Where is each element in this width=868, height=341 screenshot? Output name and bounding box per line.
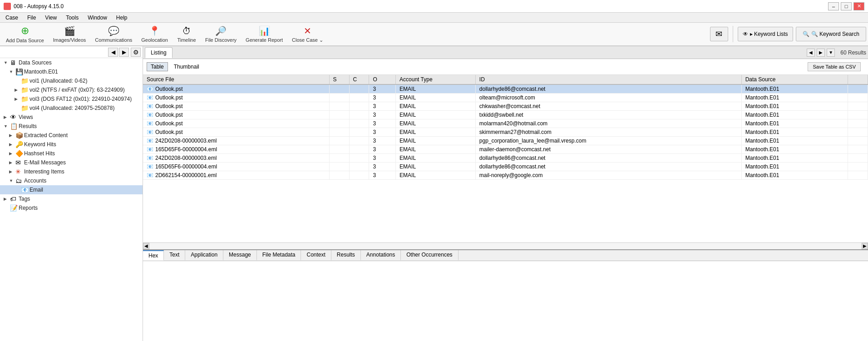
bottom-tab-file-metadata[interactable]: File Metadata [257,250,301,261]
sidebar-item-views[interactable]: ▶ 👁 Views [0,113,143,122]
menu-window[interactable]: Window [84,14,111,22]
sidebar-item-results[interactable]: ▼ 📋 Results [0,122,143,131]
tab-nav-left[interactable]: ◀ [807,49,815,57]
table-row[interactable]: 📧165D65F6-00000004.eml 3 EMAIL mailer-da… [143,145,868,154]
table-row[interactable]: 📧Outlook.pst 3 EMAIL skimmerman27@hotmai… [143,128,868,137]
expand-icon: ▼ [4,60,10,65]
menu-help[interactable]: Help [113,14,131,22]
cell-s [329,102,349,111]
minimize-button[interactable]: – [828,2,839,10]
scroll-right-arrow[interactable]: ▶ [862,243,868,249]
table-row[interactable]: 📧Outlook.pst 3 EMAIL chkwasher@comcast.n… [143,102,868,111]
sidebar-settings-button[interactable]: ⚙ [131,48,141,57]
sidebar-item-interesting-items[interactable]: ▶ ✳ Interesting Items [0,167,143,176]
menu-tools[interactable]: Tools [62,14,82,22]
bottom-tab-other-occurrences[interactable]: Other Occurrences [401,250,458,261]
cell-s [329,111,349,119]
horizontal-scrollbar[interactable]: ◀ ▶ [143,242,868,249]
bottom-tab-text[interactable]: Text [164,250,185,261]
sidebar-item-email-messages[interactable]: ▶ ✉ E-Mail Messages [0,158,143,167]
sidebar-item-vol4[interactable]: 📁 vol4 (Unallocated: 240975-250878) [0,104,143,113]
table-sub-tab[interactable]: Table [147,62,168,71]
communications-button[interactable]: 💬 Communications [91,24,136,44]
sidebar-item-hashset-hits[interactable]: ▶ 🔶 Hashset Hits [0,149,143,158]
extracted-content-icon: 📦 [15,132,23,139]
sidebar-forward-button[interactable]: ▶ [119,48,129,57]
cell-s [329,119,349,128]
cell-o: 3 [369,128,396,137]
table-row[interactable]: 📧Outlook.pst 3 EMAIL molarman420@hotmail… [143,119,868,128]
table-row[interactable]: 📧Outlook.pst 3 EMAIL dollarhyde86@comcas… [143,84,868,94]
cell-account-type: EMAIL [396,84,476,94]
bottom-tab-hex[interactable]: Hex [143,250,164,261]
col-o[interactable]: O [369,75,396,84]
bottom-tab-application[interactable]: Application [185,250,223,261]
col-account-type[interactable]: Account Type [396,75,476,84]
maximize-button[interactable]: □ [841,2,852,10]
generate-report-button[interactable]: 📊 Generate Report [242,24,287,44]
table-row[interactable]: 📧242D0208-00000003.eml 3 EMAIL dollarhyd… [143,154,868,163]
col-id[interactable]: ID [475,75,741,84]
cell-source-file: 📧Outlook.pst [143,128,329,137]
sidebar-item-accounts[interactable]: ▼ 🗂 Accounts [0,176,143,185]
table-row[interactable]: 📧242D0208-00000003.eml 3 EMAIL pgp_corpo… [143,137,868,145]
hashset-hits-label: Hashset Hits [24,150,55,157]
bottom-tab-annotations[interactable]: Annotations [361,250,401,261]
table-row[interactable]: 📧2D662154-00000001.eml 3 EMAIL mail-nore… [143,171,868,180]
cell-extra [848,145,868,154]
sidebar-back-button[interactable]: ◀ [108,48,118,57]
sidebar-item-email[interactable]: 📧 Email [0,185,143,194]
cell-data-source: Mantooth.E01 [741,145,848,154]
keyword-lists-button[interactable]: 👁 ▸ Keyword Lists [738,27,793,41]
menu-case[interactable]: Case [2,14,22,22]
cell-extra [848,84,868,94]
keyword-search-button[interactable]: 🔍 🔍 Keyword Search [796,27,866,41]
cell-account-type: EMAIL [396,128,476,137]
table-row[interactable]: 📧Outlook.pst 3 EMAIL olteam@microsoft.co… [143,94,868,102]
cell-c [349,128,369,137]
sidebar-item-vol3[interactable]: ▶ 📁 vol3 (DOS FAT12 (0x01): 224910-24097… [0,94,143,104]
sidebar-item-vol2[interactable]: ▶ 📁 vol2 (NTFS / exFAT (0x07): 63-224909… [0,85,143,94]
tab-nav-menu[interactable]: ▼ [827,49,835,57]
add-data-source-button[interactable]: ⊕ Add Data Source [2,24,48,44]
expand-icon: ▶ [9,142,15,147]
close-case-button[interactable]: ✕ Close Case ⌄ [288,24,327,44]
vol4-label: vol4 (Unallocated: 240975-250878) [30,105,114,111]
scroll-left-arrow[interactable]: ◀ [143,243,149,249]
sidebar-item-vol1[interactable]: 📁 vol1 (Unallocated: 0-62) [0,76,143,85]
data-table-wrapper[interactable]: Source File S C O Account Type ID Data S… [143,75,868,242]
cell-id: pgp_corporation_laura_lee@mail.vresp.com [475,137,741,145]
menu-view[interactable]: View [41,14,60,22]
timeline-button[interactable]: ⏱ Timeline [173,24,200,44]
bottom-tab-message[interactable]: Message [223,250,257,261]
bottom-tab-results[interactable]: Results [331,250,361,261]
table-row[interactable]: 📧165D65F6-00000004.eml 3 EMAIL dollarhyd… [143,163,868,171]
sidebar-item-extracted-content[interactable]: ▶ 📦 Extracted Content [0,131,143,140]
geolocation-button[interactable]: 📍 Geolocation [137,24,172,44]
col-extra[interactable] [848,75,868,84]
col-s[interactable]: S [329,75,349,84]
app-icon [4,3,11,10]
sidebar-item-data-sources[interactable]: ▼ 🖥 Data Sources [0,58,143,67]
sidebar-item-tags[interactable]: ▶ 🏷 Tags [0,194,143,203]
col-c[interactable]: C [349,75,369,84]
scroll-track[interactable] [149,243,862,249]
images-videos-button[interactable]: 🎬 Images/Videos [49,24,90,44]
tab-nav-right[interactable]: ▶ [817,49,825,57]
close-button[interactable]: ✕ [853,2,864,10]
sidebar-item-reports[interactable]: 📝 Reports [0,203,143,213]
keyword-lists-label: ▸ Keyword Lists [750,31,788,37]
sidebar-item-mantooth-e01[interactable]: ▼ 💾 Mantooth.E01 [0,67,143,76]
listing-tab[interactable]: Listing [145,47,173,58]
col-source-file[interactable]: Source File [143,75,329,84]
menu-file[interactable]: File [24,14,39,22]
sidebar-item-keyword-hits[interactable]: ▶ 🔑 Keyword Hits [0,140,143,149]
cell-extra [848,102,868,111]
bottom-tab-context[interactable]: Context [301,250,331,261]
thumbnail-sub-tab[interactable]: Thumbnail [170,62,203,71]
email-notifications-button[interactable]: ✉ [710,27,728,41]
save-csv-button[interactable]: Save Table as CSV [808,62,861,71]
table-row[interactable]: 📧Outlook.pst 3 EMAIL txkidd@swbell.net M… [143,111,868,119]
file-discovery-button[interactable]: 🔎 File Discovery [201,24,241,44]
col-data-source[interactable]: Data Source [741,75,848,84]
